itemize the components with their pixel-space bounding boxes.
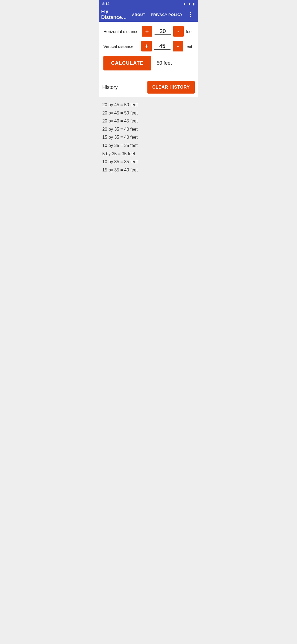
calculate-row: CALCULATE 50 feet [103, 56, 194, 70]
result-display: 50 feet [157, 60, 172, 66]
history-item: 20 by 45 = 50 feet [102, 101, 195, 108]
vertical-distance-row: Vertical distance: + - feet [103, 41, 194, 51]
status-time: 8:12 [102, 2, 109, 6]
history-item: 10 by 35 = 35 feet [102, 142, 195, 149]
battery-icon: ▮ [193, 2, 195, 6]
history-header: History CLEAR HISTORY [99, 77, 198, 97]
status-icons: ▲ ▲ ▮ [183, 2, 195, 6]
horizontal-decrement-button[interactable]: - [173, 26, 184, 37]
history-list: 20 by 45 = 50 feet20 by 45 = 50 feet20 b… [99, 97, 198, 179]
app-title: Fly Distance… [101, 9, 129, 20]
horizontal-distance-row: Horizontal distance: + - feet [103, 26, 194, 37]
history-item: 20 by 40 = 45 feet [102, 118, 195, 125]
main-content: Horizontal distance: + - feet Vertical d… [99, 22, 198, 77]
toolbar: Fly Distance… ABOUT PRIVACY POLICY ⋮ [99, 7, 198, 22]
history-label: History [102, 84, 118, 90]
history-section: History CLEAR HISTORY 20 by 45 = 50 feet… [99, 77, 198, 242]
calculate-button[interactable]: CALCULATE [103, 56, 151, 70]
history-item: 20 by 45 = 50 feet [102, 110, 195, 117]
vertical-increment-button[interactable]: + [141, 41, 152, 51]
clear-history-button[interactable]: CLEAR HISTORY [147, 81, 195, 94]
more-options-button[interactable]: ⋮ [185, 10, 196, 19]
horizontal-input[interactable] [155, 28, 171, 35]
privacy-policy-button[interactable]: PRIVACY POLICY [148, 10, 185, 19]
history-item: 20 by 35 = 40 feet [102, 126, 195, 133]
history-item: 5 by 35 = 35 feet [102, 150, 195, 157]
horizontal-increment-button[interactable]: + [142, 26, 152, 37]
vertical-unit: feet [185, 44, 192, 49]
more-icon: ⋮ [188, 11, 194, 18]
signal-icon: ▲ [183, 2, 186, 6]
horizontal-label: Horizontal distance: [103, 29, 140, 34]
history-item: 15 by 35 = 40 feet [102, 134, 195, 141]
wifi-icon: ▲ [188, 2, 191, 6]
vertical-input[interactable] [154, 43, 170, 50]
vertical-label: Vertical distance: [103, 44, 139, 49]
about-button[interactable]: ABOUT [129, 10, 148, 19]
history-item: 10 by 35 = 35 feet [102, 158, 195, 165]
history-item: 15 by 35 = 40 feet [102, 167, 195, 174]
horizontal-unit: feet [186, 29, 193, 34]
vertical-decrement-button[interactable]: - [173, 41, 183, 51]
status-bar: 8:12 ▲ ▲ ▮ [99, 0, 198, 7]
